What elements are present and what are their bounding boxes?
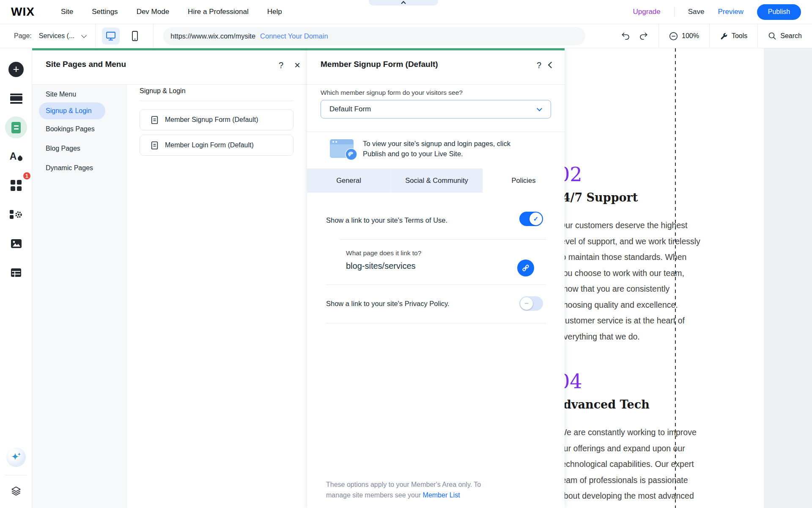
tab-general[interactable]: General (307, 168, 390, 193)
redo-button[interactable] (639, 32, 648, 41)
privacy-policy-toggle[interactable] (519, 296, 543, 311)
list-item-member-signup-form[interactable]: Member Signup Form (Default) (140, 109, 294, 130)
minus-icon (520, 297, 533, 310)
sidebar-item-content-manager[interactable] (0, 265, 32, 280)
help-button[interactable]: ? (279, 61, 283, 70)
site-pages-panel: Site Pages and Menu ? × Site Menu Signup… (32, 48, 307, 508)
site-url: https://www.wix.com/mysite (170, 32, 255, 40)
tab-policies[interactable]: Policies (483, 168, 565, 193)
search-button[interactable]: Search (768, 32, 802, 40)
divider (307, 132, 565, 132)
member-list-link[interactable]: Member List (423, 491, 460, 499)
paragraph-line: know that you are consistently (559, 281, 700, 297)
collapse-topbar-button[interactable] (369, 0, 438, 6)
divider (674, 7, 675, 17)
divider (326, 284, 546, 285)
paragraph-line: Our customers deserve the highest (559, 218, 700, 234)
site-design-icon: A (10, 152, 23, 161)
terms-of-use-toggle[interactable] (519, 212, 543, 226)
edit-link-button[interactable] (517, 260, 534, 276)
sidebar-item-add-section[interactable] (0, 91, 32, 106)
menu-help[interactable]: Help (267, 8, 282, 16)
page-label: Page: (14, 32, 32, 40)
link-question-label: What page does it link to? (346, 249, 421, 257)
list-item-member-login-form[interactable]: Member Login Form (Default) (140, 135, 294, 156)
preview-button[interactable]: Preview (718, 8, 743, 16)
chevron-down-icon[interactable] (81, 33, 87, 38)
mobile-view-button[interactable] (126, 28, 144, 44)
publish-button[interactable]: Publish (757, 4, 801, 20)
menu-dev-mode[interactable]: Dev Mode (137, 8, 169, 16)
check-icon (529, 213, 542, 225)
notification-badge: 1 (22, 171, 31, 180)
sidebar-item-add-element[interactable]: + (0, 62, 32, 77)
zoom-level: 100% (682, 32, 699, 40)
sidebar-item-site-menu[interactable]: Site Menu (46, 91, 76, 98)
wix-logo: WIX (11, 5, 35, 19)
paragraph-line: our offerings and expand upon our (559, 441, 697, 457)
upgrade-link[interactable]: Upgrade (633, 8, 661, 16)
back-chevron-icon[interactable] (548, 62, 555, 69)
sidebar-item-media[interactable] (0, 236, 32, 251)
save-button[interactable]: Save (688, 8, 705, 16)
panel-title: Site Pages and Menu (46, 60, 126, 69)
menu-settings[interactable]: Settings (92, 8, 118, 16)
wrench-icon (720, 32, 728, 40)
undo-button[interactable] (621, 32, 630, 41)
paragraph-line: technological capabilities. Our expert (559, 456, 697, 472)
info-line: To view your site's signup and login pag… (363, 139, 510, 149)
tools-button[interactable]: Tools (720, 32, 747, 40)
sidebar-item-ai-assistant[interactable] (6, 447, 26, 467)
close-icon[interactable]: × (294, 59, 300, 71)
section-title: Signup & Login (140, 87, 186, 95)
info-line: Publish and go to your Live Site. (363, 149, 510, 159)
phone-icon (132, 30, 138, 41)
sidebar-item-bookings-pages[interactable]: Bookings Pages (46, 125, 95, 133)
divider (153, 24, 154, 48)
sidebar-item-layers[interactable] (11, 486, 22, 498)
site-section-heading: Advanced Tech (554, 398, 650, 411)
form-question-label: Which member signup form do your visitor… (321, 89, 463, 97)
form-icon (151, 116, 158, 124)
toolbar-right: 100% Tools Search (621, 24, 802, 48)
privacy-policy-label: Show a link to your site's Privacy Polic… (326, 300, 450, 308)
topbar-actions: Upgrade Save Preview Publish (633, 4, 801, 20)
paragraph-line: about developing the most advanced (559, 488, 697, 504)
help-button[interactable]: ? (537, 61, 541, 70)
browser-window-icon (330, 139, 354, 158)
page-top-indicator (307, 48, 565, 50)
undo-icon (621, 32, 630, 41)
sidebar-item-blocks[interactable] (0, 207, 32, 222)
site-paragraph: We are constantly working to improve our… (559, 425, 697, 508)
sidebar-item-blog-pages[interactable]: Blog Pages (46, 145, 80, 152)
desktop-view-button[interactable] (102, 28, 120, 44)
page-selector[interactable]: Services (... (39, 32, 74, 40)
connect-domain-link[interactable]: Connect Your Domain (260, 32, 328, 40)
divider (95, 24, 96, 48)
paragraph-line: team of professionals is passionate (559, 472, 697, 489)
list-item-label: Member Signup Form (Default) (165, 116, 258, 124)
paragraph-line: We are constantly working to improve (559, 425, 697, 441)
menu-site[interactable]: Site (61, 8, 73, 16)
sidebar-item-site-design[interactable]: A (0, 149, 32, 164)
zoom-control[interactable]: 100% (669, 32, 699, 41)
divider (140, 101, 294, 101)
plus-icon: + (8, 62, 24, 77)
link-icon (521, 263, 530, 273)
menu-hire-a-professional[interactable]: Hire a Professional (188, 8, 249, 16)
sidebar-item-app-market[interactable]: 1 (0, 178, 32, 193)
signup-form-dropdown[interactable]: Default Form (321, 100, 551, 119)
tab-social-community[interactable]: Social & Community (390, 168, 483, 193)
sidebar-item-pages-menu[interactable] (0, 116, 32, 138)
sidebar-item-dynamic-pages[interactable]: Dynamic Pages (46, 164, 93, 172)
paragraph-line: to maintain those standards. When (559, 249, 700, 265)
footnote-text: manage site members see your (326, 491, 423, 499)
site-section-heading: 24/7 Support (554, 191, 638, 204)
sidebar-item-signup-login[interactable]: Signup & Login (39, 102, 105, 119)
monitor-icon (105, 31, 116, 41)
site-url-bar[interactable]: https://www.wix.com/mysite Connect Your … (163, 27, 585, 45)
search-label: Search (780, 32, 802, 40)
divider (5, 475, 27, 475)
layers-icon (11, 486, 22, 497)
blocks-icon (10, 210, 23, 219)
